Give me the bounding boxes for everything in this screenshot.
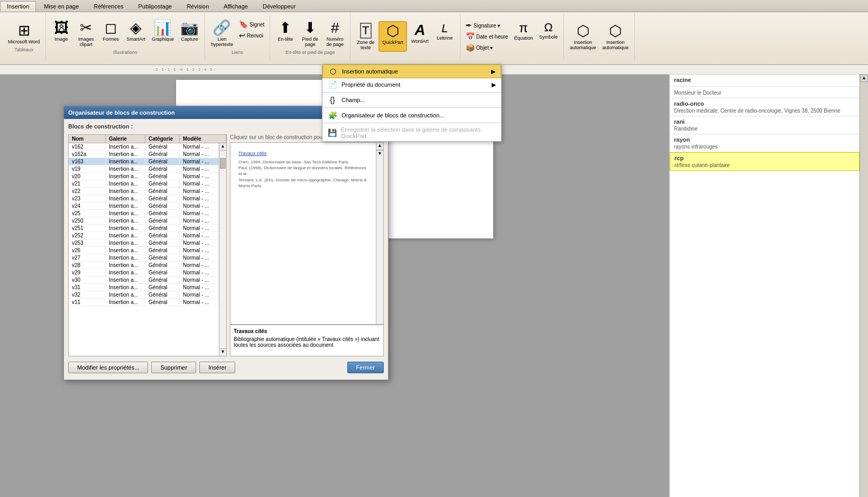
modal-preview-area: Cliquez sur un bloc de construction pour… [230,134,384,356]
modal-list-row[interactable]: v23 Insertion a... Général Normal - ... [69,195,219,203]
cell-name: v11 [69,299,106,306]
cell-galerie: Insertion a... [106,188,145,195]
organisateur-dialog: Organisateur de blocs de construction ? … [63,106,389,380]
cell-categorie: Général [145,158,180,165]
cell-categorie: Général [145,269,180,276]
propriete-arrow: ▶ [492,81,496,88]
cell-categorie: Général [145,247,180,254]
cell-modele: Normal - ... [180,232,219,239]
cell-modele: Normal - ... [180,195,219,202]
cell-name: v251 [69,225,106,232]
cell-galerie: Insertion a... [106,232,145,239]
modal-list-row[interactable]: v20 Insertion a... Général Normal - ... [69,173,219,180]
modal-list-row[interactable]: v29 Insertion a... Général Normal - ... [69,269,219,277]
cell-categorie: Général [145,143,180,150]
dropdown-champ[interactable]: {} Champ... [322,94,501,106]
modal-list-row[interactable]: v251 Insertion a... Général Normal - ... [69,225,219,232]
modal-list-with-scroll: v162 Insertion a... Général Normal - ...… [68,143,227,356]
preview-with-scroll: Travaux cités Chen, 1994. Dictionnaire d… [230,142,384,325]
delete-button[interactable]: Supprimer [151,362,196,373]
cell-modele: Normal - ... [180,225,219,232]
dropdown-enregistrer: 💾 Enregistrer la sélection dans la galer… [322,124,501,141]
cell-modele: Normal - ... [180,188,219,195]
list-scroll-track [219,169,226,348]
preview-scroll-down[interactable]: ▼ [376,150,383,158]
modal-list-area: Nom Galerie Catégorie Modèle v162 Insert… [68,134,384,356]
dropdown-enregistrer-label: Enregistrer la sélection dans la galerie… [341,126,496,139]
modal-list-row[interactable]: v28 Insertion a... Général Normal - ... [69,262,219,269]
dropdown-arrow: ▶ [491,68,495,75]
cell-modele: Normal - ... [180,173,219,180]
description-title: Travaux cités [234,328,380,334]
modal-preview-scrollbar[interactable]: ▲ ▼ [376,142,384,325]
close-button[interactable]: Fermer [347,362,384,373]
modal-list-row[interactable]: v25 Insertion a... Général Normal - ... [69,210,219,217]
cell-name: v22 [69,188,106,195]
preview-title: Travaux cités [238,151,368,156]
modal-list-row[interactable]: v162 Insertion a... Général Normal - ... [69,143,219,151]
cell-galerie: Insertion a... [106,158,145,165]
cell-name: v19 [69,165,106,172]
dropdown-sep-2 [322,107,501,108]
cell-galerie: Insertion a... [106,180,145,187]
cell-modele: Normal - ... [180,180,219,187]
cell-modele: Normal - ... [180,247,219,254]
cell-categorie: Général [145,284,180,291]
cell-name: v27 [69,254,106,261]
cell-galerie: Insertion a... [106,195,145,202]
modal-list-row[interactable]: v27 Insertion a... Général Normal - ... [69,254,219,262]
cell-name: v29 [69,269,106,276]
modal-list-row[interactable]: v21 Insertion a... Général Normal - ... [69,180,219,188]
modal-list-row[interactable]: v163 Insertion a... Général Normal - ... [69,158,219,165]
cell-galerie: Insertion a... [106,173,145,180]
modal-list-container: Nom Galerie Catégorie Modèle v162 Insert… [68,134,227,356]
insertion-auto-icon: ⬡ [328,67,338,76]
cell-galerie: Insertion a... [106,210,145,217]
modal-list-row[interactable]: v30 Insertion a... Général Normal - ... [69,277,219,284]
preview-scroll-up[interactable]: ▲ [376,143,383,150]
dropdown-insertion-auto[interactable]: ⬡ Insertion automatique ▶ [322,65,501,78]
cell-name: v20 [69,173,106,180]
footer-spacer [238,362,344,373]
modal-content: Blocs de construction : Nom Galerie Caté… [64,119,388,380]
dropdown-propriete-label: Propriété du document [341,81,400,88]
col-nom: Nom [69,135,106,143]
cell-galerie: Insertion a... [106,247,145,254]
modal-list-row[interactable]: v24 Insertion a... Général Normal - ... [69,203,219,210]
dropdown-organisateur[interactable]: 🧩 Organisateur de blocs de construction.… [322,109,501,122]
modal-list-row[interactable]: v250 Insertion a... Général Normal - ... [69,217,219,225]
preview-line-1: Chen, 1994. Dictionnaire de base. San Te… [238,159,368,165]
modal-list-row[interactable]: v26 Insertion a... Général Normal - ... [69,247,219,254]
cell-galerie: Insertion a... [106,143,145,150]
modal-list-row[interactable]: v11 Insertion a... Général Normal - ... [69,299,219,306]
modal-list[interactable]: v162 Insertion a... Général Normal - ...… [68,143,219,356]
dropdown-champ-label: Champ... [341,97,365,103]
preview-line-3: Tennant, L.E. (ED). Dossier de micro-typ… [238,177,368,189]
dropdown-insertion-auto-label: Insertion automatique [342,68,398,75]
modal-list-row[interactable]: v162a Insertion a... Général Normal - ..… [69,151,219,158]
cell-categorie: Général [145,217,180,224]
dropdown-propriete[interactable]: 📄 Propriété du document ▶ [322,78,501,91]
modal-list-row[interactable]: v19 Insertion a... Général Normal - ... [69,165,219,173]
cell-categorie: Général [145,165,180,172]
modify-properties-button[interactable]: Modifier les propriétés... [68,362,148,373]
cell-categorie: Général [145,180,180,187]
cell-galerie: Insertion a... [106,284,145,291]
insert-button[interactable]: Insérer [199,362,235,373]
modal-list-row[interactable]: v253 Insertion a... Général Normal - ... [69,240,219,247]
modal-list-row[interactable]: v22 Insertion a... Général Normal - ... [69,188,219,195]
list-scroll-down[interactable]: ▼ [219,348,226,356]
cell-galerie: Insertion a... [106,217,145,224]
modal-list-row[interactable]: v31 Insertion a... Général Normal - ... [69,284,219,291]
list-scroll-thumb[interactable] [220,158,226,169]
modal-list-scrollbar[interactable]: ▲ ▼ [219,143,227,356]
list-scroll-up[interactable]: ▲ [219,143,226,151]
cell-categorie: Général [145,195,180,202]
modal-list-row[interactable]: v32 Insertion a... Général Normal - ... [69,291,219,299]
col-categorie: Catégorie [145,135,180,143]
cell-categorie: Général [145,291,180,298]
cell-modele: Normal - ... [180,210,219,217]
cell-categorie: Général [145,277,180,283]
modal-list-row[interactable]: v252 Insertion a... Général Normal - ... [69,232,219,240]
col-galerie: Galerie [106,135,145,143]
